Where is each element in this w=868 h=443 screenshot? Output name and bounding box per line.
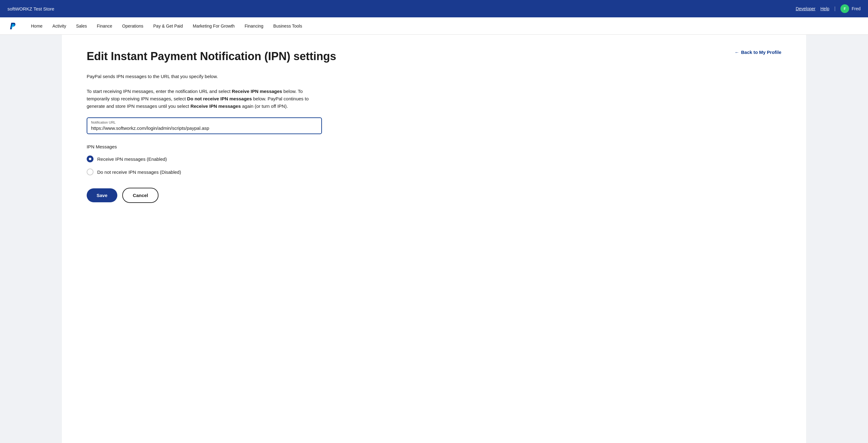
divider: | (834, 6, 836, 11)
button-row: Save Cancel (87, 188, 781, 203)
user-name: Fred (851, 6, 861, 11)
radio-receive-input[interactable] (87, 155, 93, 162)
left-sidebar (0, 35, 62, 443)
desc2-bold2: Do not receive IPN messages (187, 96, 252, 101)
back-to-profile-link[interactable]: ← Back to My Profile (735, 50, 781, 55)
desc2-bold1: Receive IPN messages (232, 89, 282, 94)
nav-finance[interactable]: Finance (97, 18, 112, 34)
notification-url-input[interactable] (91, 125, 318, 131)
radio-receive-label: Receive IPN messages (Enabled) (97, 156, 167, 162)
ipn-messages-section: IPN Messages Receive IPN messages (Enabl… (87, 144, 781, 175)
url-field-wrapper: Notification URL (87, 117, 322, 134)
radio-disable-input[interactable] (87, 169, 93, 175)
radio-disable-label: Do not receive IPN messages (Disabled) (97, 170, 181, 175)
top-bar-left: softWORKZ Test Store (7, 6, 54, 11)
nav-business-tools[interactable]: Business Tools (273, 18, 302, 34)
nav-home[interactable]: Home (31, 18, 42, 34)
url-field-container: Notification URL (87, 117, 322, 134)
desc2-bold3: Receive IPN messages (190, 104, 241, 109)
desc-text-2: To start receiving IPN messages, enter t… (87, 88, 322, 110)
save-button[interactable]: Save (87, 188, 117, 202)
back-link-text: Back to My Profile (741, 50, 781, 55)
nav-activity[interactable]: Activity (52, 18, 66, 34)
radio-receive-option[interactable]: Receive IPN messages (Enabled) (87, 155, 781, 162)
desc-text-1: PayPal sends IPN messages to the URL tha… (87, 73, 322, 80)
cancel-button[interactable]: Cancel (122, 188, 158, 203)
back-arrow-icon: ← (735, 50, 739, 55)
developer-link[interactable]: Developer (796, 6, 815, 11)
avatar: F (840, 4, 849, 13)
store-name: softWORKZ Test Store (7, 6, 54, 11)
url-field-label: Notification URL (91, 120, 318, 124)
avatar-initials: F (844, 7, 846, 10)
page-title: Edit Instant Payment Notification (IPN) … (87, 50, 781, 63)
top-bar-right: Developer Help | F Fred (796, 4, 861, 13)
desc2-suffix: again (or turn off IPN). (241, 104, 288, 109)
paypal-logo (7, 21, 19, 32)
right-sidebar (806, 35, 868, 443)
main-container: ← Back to My Profile Edit Instant Paymen… (0, 35, 868, 443)
nav-financing[interactable]: Financing (245, 18, 264, 34)
radio-disable-option[interactable]: Do not receive IPN messages (Disabled) (87, 169, 781, 175)
nav-marketing[interactable]: Marketing For Growth (193, 18, 235, 34)
description-paragraph-1: PayPal sends IPN messages to the URL tha… (87, 73, 322, 80)
ipn-section-label: IPN Messages (87, 144, 781, 149)
nav-sales[interactable]: Sales (76, 18, 87, 34)
top-bar: softWORKZ Test Store Developer Help | F … (0, 0, 868, 17)
desc2-prefix: To start receiving IPN messages, enter t… (87, 89, 232, 94)
nav-pay-get-paid[interactable]: Pay & Get Paid (153, 18, 183, 34)
content-area: ← Back to My Profile Edit Instant Paymen… (62, 35, 806, 443)
description-paragraph-2: To start receiving IPN messages, enter t… (87, 88, 322, 110)
help-link[interactable]: Help (820, 6, 829, 11)
secondary-nav: Home Activity Sales Finance Operations P… (0, 17, 868, 35)
nav-operations[interactable]: Operations (122, 18, 143, 34)
user-menu[interactable]: F Fred (840, 4, 861, 13)
